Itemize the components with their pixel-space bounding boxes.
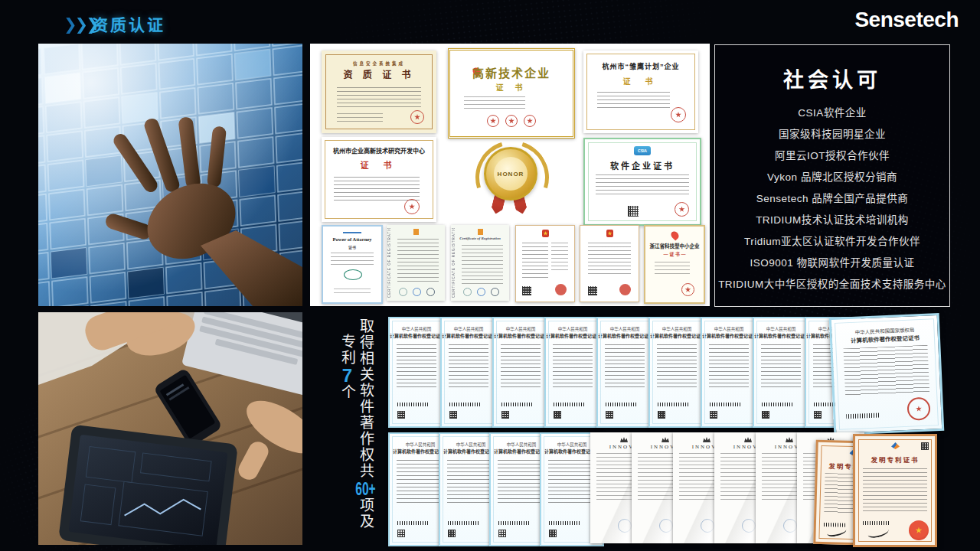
copyright-certificates-row-1: 中华人民共和国计算机软件著作权登记证书 中华人民共和国计算机软件著作权登记证书 …	[388, 317, 857, 429]
accreditation-logo	[491, 288, 499, 296]
cert-body-lines	[596, 174, 689, 196]
signature-icon	[826, 526, 847, 538]
cert-registration-en: CERTIFICATE OF REGISTRATION Certificate …	[451, 225, 509, 301]
qr-code-icon	[501, 411, 509, 419]
coat-of-arms-icon	[744, 437, 752, 442]
cert-body-lines	[863, 468, 927, 511]
copyright-certificate: 中华人民共和国计算机软件著作权登记证书	[596, 317, 653, 428]
cert-subtitle: 证书	[323, 244, 381, 249]
accreditation-logo	[463, 288, 472, 296]
cert-body-lines	[337, 113, 383, 122]
qr-code-icon	[628, 206, 639, 217]
cert-title: Power of Attorney	[323, 236, 381, 242]
honor-medal: HONOR	[473, 136, 547, 225]
photo-workspace	[38, 312, 302, 545]
coat-of-arms-icon	[620, 437, 628, 442]
social-list-item: TRIDIUM大中华区授权的全面技术支持服务中心	[718, 279, 946, 290]
barcode-icon	[448, 521, 480, 525]
social-list-item: Tridium亚太区认证软件开发合作伙伴	[744, 236, 920, 247]
medal-label: HONOR	[494, 157, 528, 191]
caption-text: 取得相关软件著作权共	[358, 318, 374, 479]
national-emblem-icon	[606, 230, 613, 237]
cert-subtitle: — 证 书 —	[645, 250, 704, 257]
qr-code-icon	[448, 530, 456, 537]
barcode-icon	[501, 403, 534, 406]
star-icon	[608, 231, 612, 236]
cert-body-lines	[655, 262, 690, 276]
csia-logo: CSIA	[634, 146, 651, 155]
accreditation-logo	[413, 288, 421, 296]
cert-body-lines	[657, 344, 697, 389]
cert-title: 资 质 证 书	[322, 67, 436, 80]
social-list-item: TRIDIUM技术认证技术培训机构	[756, 215, 909, 226]
national-emblem-seal-icon	[909, 520, 929, 540]
seal-icon	[524, 115, 536, 127]
social-list-item: 国家级科技园明星企业	[779, 129, 886, 140]
accreditation-logo	[399, 288, 407, 296]
barcode-icon	[449, 403, 482, 406]
qr-code-icon	[522, 286, 531, 295]
cert-body-lines	[397, 344, 436, 389]
flame-icon	[669, 230, 680, 240]
social-list-item: Sensetech 品牌全国产品提供商	[756, 194, 909, 204]
qr-code-icon	[397, 530, 405, 537]
cert-body-lines	[551, 243, 568, 270]
qr-code-icon	[498, 530, 506, 537]
stamp-icon	[659, 519, 673, 533]
cert-business-license	[515, 225, 575, 302]
cert-body-lines	[709, 344, 749, 389]
national-emblem-icon	[542, 230, 549, 237]
copyright-certificate: 中华人民共和国计算机软件著作权登记证书	[753, 317, 809, 428]
cert-body-lines	[553, 344, 593, 389]
cnas-logo	[413, 229, 419, 235]
cert-body-lines	[337, 87, 421, 107]
copyright-certificate: 中华人民共和国计算机软件著作权登记证书	[701, 317, 757, 428]
cert-body-lines	[501, 344, 541, 389]
qr-code-icon	[658, 411, 665, 419]
cert-body-lines	[761, 344, 801, 389]
barcode-icon	[658, 403, 690, 406]
caption-text: 个	[339, 384, 355, 400]
cert-subtitle: 证 书	[322, 158, 436, 171]
seal-icon	[675, 202, 689, 217]
barcode-icon	[498, 521, 531, 525]
social-list-item: Vykon 品牌北区授权分销商	[767, 172, 897, 183]
star-icon	[490, 118, 496, 124]
star-icon	[916, 406, 922, 412]
cert-title: Certificate of Registration	[451, 236, 509, 240]
vykon-logo	[343, 232, 361, 233]
cert-body-lines	[843, 345, 929, 396]
medal-ring: HONOR	[484, 147, 537, 201]
cert-registration-cn: CERTIFICATE OF REGISTRATION	[387, 225, 445, 301]
cert-qualification: 信息安全系统集成 资 质 证 书	[322, 51, 436, 133]
seal-icon	[619, 284, 631, 295]
qr-code-icon	[710, 411, 717, 419]
seal-icon	[410, 110, 424, 124]
cert-subtitle: 证 书	[450, 81, 573, 93]
copyright-count-caption: 取得相关软件著作权共60+项及	[355, 318, 375, 530]
cert-body-lines	[548, 460, 596, 504]
cert-chuying-plan: 杭州市“雏鹰计划”企业 证 书	[583, 51, 698, 133]
stamp-icon	[618, 519, 632, 533]
stamp-icon	[783, 519, 797, 533]
qr-code-icon	[814, 411, 822, 419]
cert-body-lines	[397, 239, 439, 285]
invention-patent-certificate: 发明专利证书	[853, 434, 937, 547]
stamp-icon	[701, 519, 714, 533]
star-icon	[679, 207, 685, 213]
cnas-logo	[478, 229, 483, 235]
social-list: CSIA软件企业 国家级科技园明星企业 阿里云IOT授权合作伙伴 Vykon 品…	[715, 108, 949, 290]
copyright-certificate-large: 中华人民共和国国家版权局 计算机软件著作权登记证书	[829, 313, 945, 435]
cert-body-lines	[498, 460, 545, 504]
cert-body-lines	[464, 96, 525, 110]
copyright-count: 60+	[355, 479, 376, 497]
seal-icon	[681, 283, 694, 296]
barcode-icon	[710, 403, 742, 406]
cert-software-enterprise: CSIA 软件企业证书	[583, 138, 701, 226]
photo-media-wall	[38, 44, 302, 306]
patent-count: 7	[337, 366, 358, 384]
cert-body-lines	[331, 253, 374, 266]
social-panel-title: 社会认可	[715, 64, 949, 93]
copyright-certificate: 中华人民共和国计算机软件著作权登记证书	[440, 317, 497, 428]
cert-rnd-center: 杭州市企业高新技术研究开发中心 证 书	[322, 137, 436, 222]
